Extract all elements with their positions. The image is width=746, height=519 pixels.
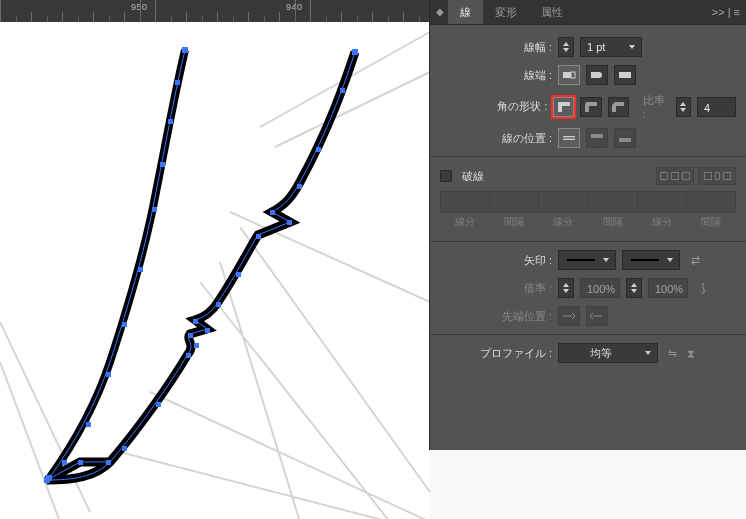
divider [430, 334, 746, 335]
dash-col-label: 間隔 [687, 215, 736, 229]
scale-start-stepper[interactable] [558, 278, 574, 298]
join-bevel-icon[interactable] [608, 97, 629, 117]
label-miter-ratio: 比率 : [643, 93, 670, 120]
gap-input[interactable] [589, 191, 638, 213]
gap-input[interactable] [490, 191, 539, 213]
arrow-swap-icon[interactable]: ⇄ [686, 251, 704, 269]
row-profile: プロファイル : 均等 ⇋ ⧗ [430, 339, 746, 367]
stroke-width-stepper[interactable] [558, 37, 574, 57]
ruler-tick [124, 12, 125, 22]
svg-rect-6 [122, 322, 127, 327]
dash-align-corners-icon[interactable] [698, 167, 736, 185]
tab-attributes[interactable]: 属性 [529, 0, 575, 24]
label-arrow: 矢印 : [440, 253, 552, 268]
flip-vertical-icon[interactable]: ⧗ [687, 347, 695, 360]
svg-rect-31 [571, 72, 575, 78]
align-inside-icon[interactable] [586, 128, 608, 148]
dash-input[interactable] [638, 191, 687, 213]
profile-value: 均等 [590, 343, 612, 363]
cap-butt-icon[interactable] [558, 65, 580, 85]
row-align: 線の位置 : [430, 124, 746, 152]
svg-rect-5 [138, 267, 143, 272]
panel-tabs: ◆ 線 変形 属性 >> | ≡ [430, 0, 746, 25]
collapse-icon[interactable]: ◆ [436, 8, 444, 16]
ruler-tick [186, 12, 187, 22]
ruler-tick [62, 12, 63, 22]
row-tip: 先端位置 : [430, 302, 746, 330]
artboard[interactable] [0, 22, 430, 519]
svg-rect-19 [216, 302, 221, 307]
label-align: 線の位置 : [440, 131, 552, 146]
arrow-start-dropdown[interactable] [558, 250, 616, 270]
dash-inputs [430, 189, 746, 215]
svg-rect-15 [270, 210, 275, 215]
label-tip: 先端位置 : [440, 309, 552, 324]
arrow-end-dropdown[interactable] [622, 250, 680, 270]
dash-col-label: 線分 [637, 215, 686, 229]
row-stroke-width: 線幅 : 1 pt [430, 33, 746, 61]
dash-align-preserve-icon[interactable] [656, 167, 694, 185]
join-round-icon[interactable] [580, 97, 601, 117]
svg-rect-25 [156, 402, 161, 407]
selected-path[interactable] [0, 22, 430, 519]
tab-stroke[interactable]: 線 [448, 0, 483, 24]
stroke-width-dropdown[interactable]: 1 pt [580, 37, 642, 57]
scale-end-input[interactable]: 100% [648, 278, 688, 298]
cap-square-icon[interactable] [614, 65, 636, 85]
scale-link-icon[interactable]: ⟆ [694, 279, 712, 297]
svg-rect-23 [194, 343, 199, 348]
scale-start-input[interactable]: 100% [580, 278, 620, 298]
ruler-tick [155, 0, 156, 22]
svg-rect-20 [193, 319, 198, 324]
flip-horizontal-icon[interactable]: ⇋ [668, 347, 677, 360]
tip-align-icon[interactable] [586, 306, 608, 326]
profile-dropdown[interactable]: 均等 [558, 343, 658, 363]
ruler-tick [0, 0, 1, 22]
svg-rect-4 [152, 207, 157, 212]
svg-rect-30 [563, 72, 571, 78]
svg-rect-12 [340, 88, 345, 93]
svg-rect-39 [619, 137, 631, 138]
scale-end-stepper[interactable] [626, 278, 642, 298]
svg-rect-2 [168, 119, 173, 124]
svg-rect-13 [316, 147, 321, 152]
miter-ratio-input[interactable]: 4 [697, 97, 736, 117]
panel-menu-icon[interactable]: >> | ≡ [712, 6, 746, 18]
align-outside-icon[interactable] [614, 128, 636, 148]
gap-input[interactable] [687, 191, 736, 213]
ruler-tick [248, 12, 249, 22]
dash-input[interactable] [440, 191, 490, 213]
ruler-tick [217, 12, 218, 22]
svg-rect-36 [591, 134, 603, 138]
svg-rect-18 [236, 272, 241, 277]
dash-col-label: 間隔 [489, 215, 538, 229]
svg-rect-27 [106, 460, 111, 465]
tab-transform[interactable]: 変形 [483, 0, 529, 24]
svg-rect-11 [352, 49, 358, 55]
miter-ratio-stepper[interactable] [676, 97, 691, 117]
ruler-tick [341, 12, 342, 22]
svg-rect-26 [122, 446, 127, 451]
row-corners: 角の形状 : 比率 : 4 [430, 89, 746, 124]
svg-rect-7 [106, 372, 111, 377]
ruler-tick [31, 12, 32, 22]
tip-extend-icon[interactable] [558, 306, 580, 326]
label-stroke-width: 線幅 : [440, 40, 552, 55]
dash-input[interactable] [539, 191, 588, 213]
svg-rect-14 [297, 184, 302, 189]
stroke-width-value: 1 pt [587, 37, 605, 57]
dash-col-label: 線分 [440, 215, 489, 229]
align-center-icon[interactable] [558, 128, 580, 148]
label-scale: 倍率 : [440, 281, 552, 296]
svg-rect-0 [182, 47, 188, 53]
ruler-tick [279, 12, 280, 22]
cap-round-icon[interactable] [586, 65, 608, 85]
svg-rect-38 [619, 138, 631, 142]
dash-col-label: 間隔 [588, 215, 637, 229]
svg-rect-32 [591, 72, 599, 78]
join-miter-icon[interactable] [553, 97, 574, 117]
label-corners: 角の形状 : [440, 99, 547, 114]
dash-labels: 線分 間隔 線分 間隔 線分 間隔 [430, 215, 746, 237]
dashed-checkbox[interactable] [440, 170, 452, 182]
divider [430, 241, 746, 242]
